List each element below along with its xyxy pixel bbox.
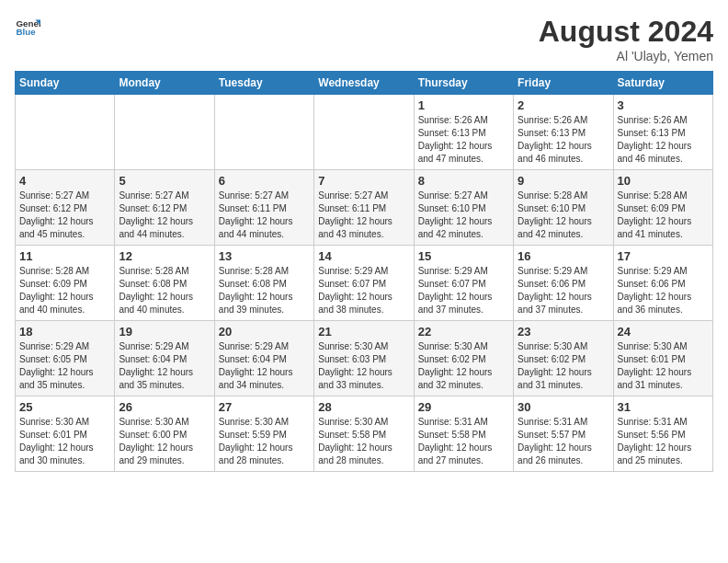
cell-content: Sunrise: 5:29 AM Sunset: 6:07 PM Dayligh…	[318, 265, 409, 316]
cell-content: Sunrise: 5:29 AM Sunset: 6:07 PM Dayligh…	[418, 265, 509, 316]
calendar-cell: 24Sunrise: 5:30 AM Sunset: 6:01 PM Dayli…	[613, 321, 712, 396]
header-wednesday: Wednesday	[314, 72, 414, 95]
cell-content: Sunrise: 5:29 AM Sunset: 6:05 PM Dayligh…	[19, 340, 110, 392]
day-number: 5	[119, 174, 210, 188]
cell-content: Sunrise: 5:28 AM Sunset: 6:08 PM Dayligh…	[219, 265, 310, 316]
cell-content: Sunrise: 5:30 AM Sunset: 6:01 PM Dayligh…	[19, 416, 110, 467]
header-thursday: Thursday	[414, 72, 513, 95]
week-row-2: 4Sunrise: 5:27 AM Sunset: 6:12 PM Daylig…	[16, 170, 713, 246]
calendar-cell: 6Sunrise: 5:27 AM Sunset: 6:11 PM Daylig…	[214, 170, 313, 246]
calendar-cell	[314, 95, 414, 170]
calendar-cell: 15Sunrise: 5:29 AM Sunset: 6:07 PM Dayli…	[414, 246, 513, 321]
cell-content: Sunrise: 5:30 AM Sunset: 5:58 PM Dayligh…	[318, 416, 409, 467]
calendar-cell: 2Sunrise: 5:26 AM Sunset: 6:13 PM Daylig…	[514, 95, 613, 170]
day-number: 26	[119, 400, 210, 414]
cell-content: Sunrise: 5:28 AM Sunset: 6:08 PM Dayligh…	[119, 265, 210, 316]
day-number: 30	[518, 400, 609, 414]
cell-content: Sunrise: 5:31 AM Sunset: 5:58 PM Dayligh…	[418, 416, 509, 467]
month-year: August 2024	[539, 15, 713, 49]
cell-content: Sunrise: 5:30 AM Sunset: 6:02 PM Dayligh…	[418, 340, 509, 392]
day-number: 7	[318, 174, 409, 188]
cell-content: Sunrise: 5:26 AM Sunset: 6:13 PM Dayligh…	[518, 114, 609, 166]
day-number: 27	[219, 400, 310, 414]
calendar-cell: 31Sunrise: 5:31 AM Sunset: 5:56 PM Dayli…	[613, 396, 712, 472]
calendar-cell: 26Sunrise: 5:30 AM Sunset: 6:00 PM Dayli…	[115, 396, 214, 472]
calendar-cell: 11Sunrise: 5:28 AM Sunset: 6:09 PM Dayli…	[16, 246, 115, 321]
calendar-cell: 25Sunrise: 5:30 AM Sunset: 6:01 PM Dayli…	[16, 396, 115, 472]
header-friday: Friday	[514, 72, 613, 95]
calendar-cell: 7Sunrise: 5:27 AM Sunset: 6:11 PM Daylig…	[314, 170, 414, 246]
cell-content: Sunrise: 5:27 AM Sunset: 6:12 PM Dayligh…	[119, 190, 210, 241]
day-number: 31	[618, 400, 709, 414]
calendar-cell: 18Sunrise: 5:29 AM Sunset: 6:05 PM Dayli…	[16, 321, 115, 396]
calendar-cell	[16, 95, 115, 170]
logo: General Blue	[15, 15, 40, 40]
day-number: 22	[418, 325, 509, 339]
header-tuesday: Tuesday	[214, 72, 313, 95]
header-saturday: Saturday	[613, 72, 712, 95]
header-monday: Monday	[115, 72, 214, 95]
day-number: 1	[418, 98, 509, 112]
week-row-3: 11Sunrise: 5:28 AM Sunset: 6:09 PM Dayli…	[16, 246, 713, 321]
cell-content: Sunrise: 5:27 AM Sunset: 6:10 PM Dayligh…	[418, 190, 509, 241]
calendar-cell: 19Sunrise: 5:29 AM Sunset: 6:04 PM Dayli…	[115, 321, 214, 396]
cell-content: Sunrise: 5:31 AM Sunset: 5:57 PM Dayligh…	[518, 416, 609, 467]
calendar-cell	[115, 95, 214, 170]
cell-content: Sunrise: 5:26 AM Sunset: 6:13 PM Dayligh…	[618, 114, 709, 166]
cell-content: Sunrise: 5:30 AM Sunset: 6:03 PM Dayligh…	[318, 340, 409, 392]
calendar-cell	[214, 95, 313, 170]
cell-content: Sunrise: 5:27 AM Sunset: 6:11 PM Dayligh…	[318, 190, 409, 241]
calendar-cell: 5Sunrise: 5:27 AM Sunset: 6:12 PM Daylig…	[115, 170, 214, 246]
calendar-table: Sunday Monday Tuesday Wednesday Thursday…	[15, 71, 713, 472]
calendar-cell: 21Sunrise: 5:30 AM Sunset: 6:03 PM Dayli…	[314, 321, 414, 396]
day-number: 2	[518, 98, 609, 112]
cell-content: Sunrise: 5:28 AM Sunset: 6:09 PM Dayligh…	[19, 265, 110, 316]
week-row-1: 1Sunrise: 5:26 AM Sunset: 6:13 PM Daylig…	[16, 95, 713, 170]
cell-content: Sunrise: 5:28 AM Sunset: 6:09 PM Dayligh…	[618, 190, 709, 241]
cell-content: Sunrise: 5:29 AM Sunset: 6:04 PM Dayligh…	[219, 340, 310, 392]
day-number: 24	[618, 325, 709, 339]
day-number: 6	[219, 174, 310, 188]
day-number: 15	[418, 249, 509, 263]
calendar-cell: 4Sunrise: 5:27 AM Sunset: 6:12 PM Daylig…	[16, 170, 115, 246]
day-number: 4	[19, 174, 110, 188]
calendar-cell: 1Sunrise: 5:26 AM Sunset: 6:13 PM Daylig…	[414, 95, 513, 170]
header-row: Sunday Monday Tuesday Wednesday Thursday…	[16, 72, 713, 95]
day-number: 19	[119, 325, 210, 339]
calendar-cell: 3Sunrise: 5:26 AM Sunset: 6:13 PM Daylig…	[613, 95, 712, 170]
calendar-cell: 10Sunrise: 5:28 AM Sunset: 6:09 PM Dayli…	[613, 170, 712, 246]
day-number: 16	[518, 249, 609, 263]
calendar-cell: 28Sunrise: 5:30 AM Sunset: 5:58 PM Dayli…	[314, 396, 414, 472]
day-number: 9	[518, 174, 609, 188]
day-number: 11	[19, 249, 110, 263]
cell-content: Sunrise: 5:31 AM Sunset: 5:56 PM Dayligh…	[618, 416, 709, 467]
calendar-cell: 14Sunrise: 5:29 AM Sunset: 6:07 PM Dayli…	[314, 246, 414, 321]
day-number: 21	[318, 325, 409, 339]
day-number: 10	[618, 174, 709, 188]
day-number: 8	[418, 174, 509, 188]
calendar-cell: 30Sunrise: 5:31 AM Sunset: 5:57 PM Dayli…	[514, 396, 613, 472]
calendar-cell: 16Sunrise: 5:29 AM Sunset: 6:06 PM Dayli…	[514, 246, 613, 321]
day-number: 17	[618, 249, 709, 263]
calendar-cell: 27Sunrise: 5:30 AM Sunset: 5:59 PM Dayli…	[214, 396, 313, 472]
day-number: 18	[19, 325, 110, 339]
logo-icon: General Blue	[15, 15, 40, 40]
cell-content: Sunrise: 5:26 AM Sunset: 6:13 PM Dayligh…	[418, 114, 509, 166]
title-block: August 2024 Al 'Ulayb, Yemen	[539, 15, 713, 63]
day-number: 12	[119, 249, 210, 263]
day-number: 14	[318, 249, 409, 263]
calendar-cell: 20Sunrise: 5:29 AM Sunset: 6:04 PM Dayli…	[214, 321, 313, 396]
cell-content: Sunrise: 5:29 AM Sunset: 6:06 PM Dayligh…	[618, 265, 709, 316]
day-number: 28	[318, 400, 409, 414]
day-number: 3	[618, 98, 709, 112]
day-number: 23	[518, 325, 609, 339]
cell-content: Sunrise: 5:29 AM Sunset: 6:06 PM Dayligh…	[518, 265, 609, 316]
calendar-cell: 29Sunrise: 5:31 AM Sunset: 5:58 PM Dayli…	[414, 396, 513, 472]
week-row-5: 25Sunrise: 5:30 AM Sunset: 6:01 PM Dayli…	[16, 396, 713, 472]
cell-content: Sunrise: 5:30 AM Sunset: 5:59 PM Dayligh…	[219, 416, 310, 467]
day-number: 13	[219, 249, 310, 263]
week-row-4: 18Sunrise: 5:29 AM Sunset: 6:05 PM Dayli…	[16, 321, 713, 396]
page-header: General Blue August 2024 Al 'Ulayb, Yeme…	[15, 15, 713, 63]
location: Al 'Ulayb, Yemen	[539, 49, 713, 63]
calendar-cell: 12Sunrise: 5:28 AM Sunset: 6:08 PM Dayli…	[115, 246, 214, 321]
